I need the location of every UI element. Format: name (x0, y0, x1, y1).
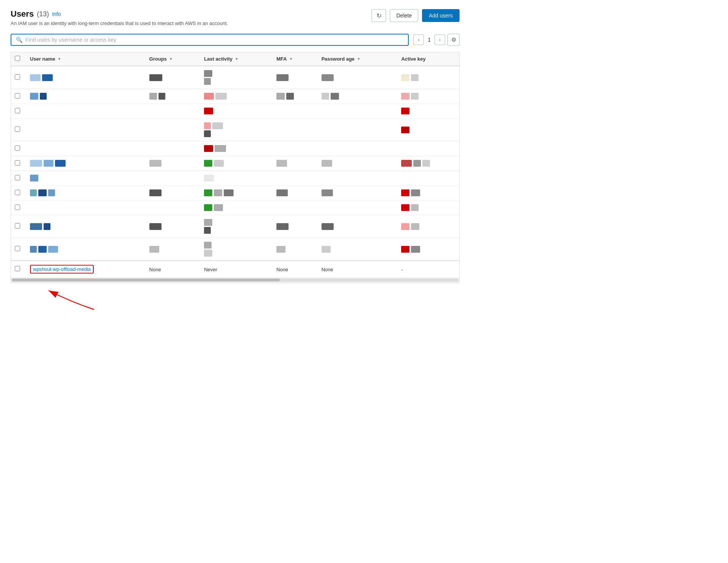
row-checkbox[interactable] (15, 160, 20, 166)
annotation-arrow (11, 283, 162, 313)
page-description: An IAM user is an identity with long-ter… (11, 20, 228, 26)
refresh-button[interactable]: ↻ (372, 9, 386, 22)
refresh-icon: ↻ (377, 12, 381, 19)
row-checkbox[interactable] (15, 74, 20, 80)
page-title: Users (11, 9, 34, 19)
table-row (11, 186, 459, 200)
col-active-key: Active key (396, 52, 459, 66)
next-page-button[interactable]: › (435, 34, 445, 45)
col-last-activity[interactable]: Last activity ▼ (199, 52, 271, 66)
user-count: (13) (37, 10, 49, 18)
table-row (11, 89, 459, 104)
row-checkbox[interactable] (15, 223, 20, 228)
add-users-button[interactable]: Add users (422, 9, 460, 22)
user-link-wpshout[interactable]: wpshout-wp-offload-media (30, 265, 94, 274)
sort-activity-icon: ▼ (235, 57, 238, 61)
active-key-value: - (401, 267, 403, 272)
col-mfa[interactable]: MFA ▼ (271, 52, 316, 66)
row-checkbox[interactable] (15, 246, 20, 251)
row-checkbox[interactable] (15, 190, 20, 195)
sort-username-icon: ▼ (57, 57, 61, 61)
search-icon: 🔍 (16, 37, 22, 43)
row-checkbox[interactable] (15, 205, 20, 210)
mfa-value: None (276, 267, 288, 272)
table-row (11, 156, 459, 171)
row-checkbox[interactable] (15, 145, 20, 151)
row-checkbox[interactable] (15, 127, 20, 132)
sort-password-icon: ▼ (357, 57, 361, 61)
table-row-highlighted: wpshout-wp-offload-media None Never None… (11, 261, 459, 277)
table-row (11, 141, 459, 156)
password-value: None (322, 267, 333, 272)
table-settings-button[interactable]: ⚙ (447, 34, 460, 46)
groups-value: None (149, 267, 161, 272)
select-all-checkbox[interactable] (15, 56, 20, 61)
col-groups[interactable]: Groups ▼ (144, 52, 199, 66)
table-row (11, 215, 459, 238)
page-number: 1 (426, 37, 432, 43)
row-checkbox[interactable] (15, 175, 20, 180)
sort-groups-icon: ▼ (169, 57, 173, 61)
sort-mfa-icon: ▼ (289, 57, 293, 61)
table-row (11, 104, 459, 119)
row-checkbox[interactable] (15, 108, 20, 113)
row-checkbox[interactable] (15, 266, 20, 271)
row-checkbox[interactable] (15, 93, 20, 99)
col-password-age[interactable]: Password age ▼ (316, 52, 396, 66)
table-row (11, 171, 459, 186)
activity-value: Never (204, 267, 217, 272)
table-row (11, 119, 459, 141)
col-username[interactable]: User name ▼ (25, 52, 144, 66)
search-input[interactable] (25, 37, 403, 43)
prev-page-button[interactable]: ‹ (413, 34, 424, 45)
table-row (11, 66, 459, 89)
table-row (11, 238, 459, 261)
delete-button[interactable]: Delete (390, 9, 418, 22)
table-row (11, 200, 459, 215)
info-link[interactable]: Info (52, 11, 61, 17)
